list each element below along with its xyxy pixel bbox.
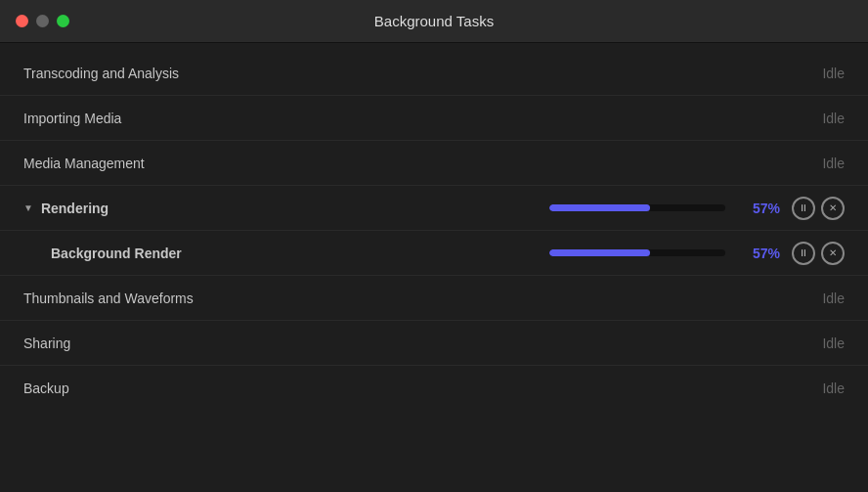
task-row-importing: Importing Media Idle [0, 96, 868, 141]
task-status-media-management: Idle [822, 156, 845, 171]
task-label-importing: Importing Media [23, 111, 219, 126]
pause-button-rendering[interactable]: ⏸ [792, 197, 815, 220]
task-row-background-render: Background Render 57% ⏸ ✕ [0, 231, 868, 276]
progress-track-rendering [549, 204, 725, 211]
task-label-background-render: Background Render [51, 246, 246, 261]
progress-track-background-render [549, 249, 725, 256]
task-label-rendering: Rendering [41, 201, 237, 216]
pause-button-background-render[interactable]: ⏸ [792, 242, 815, 265]
task-label-thumbnails: Thumbnails and Waveforms [23, 291, 219, 306]
progress-fill-background-render [549, 249, 650, 256]
task-controls-rendering: ⏸ ✕ [792, 197, 845, 220]
cancel-button-background-render[interactable]: ✕ [821, 242, 845, 265]
progress-container-background-render: 57% [549, 246, 780, 261]
chevron-icon-rendering[interactable]: ▼ [23, 202, 33, 213]
task-row-transcoding: Transcoding and Analysis Idle [0, 51, 868, 96]
progress-fill-rendering [549, 204, 650, 211]
task-row-thumbnails: Thumbnails and Waveforms Idle [0, 276, 868, 321]
task-row-backup: Backup Idle [0, 366, 868, 411]
task-status-sharing: Idle [822, 335, 845, 351]
progress-container-rendering: 57% [549, 201, 780, 216]
close-icon-rendering: ✕ [829, 202, 837, 213]
pause-icon-background-render: ⏸ [799, 247, 808, 258]
cancel-button-rendering[interactable]: ✕ [821, 197, 845, 220]
minimize-button[interactable] [36, 15, 49, 27]
pause-icon-rendering: ⏸ [799, 202, 808, 213]
task-row-rendering: ▼ Rendering 57% ⏸ ✕ [0, 186, 868, 231]
task-list: Transcoding and Analysis Idle Importing … [0, 43, 868, 492]
task-status-backup: Idle [822, 380, 845, 396]
title-bar: Background Tasks [0, 0, 868, 43]
task-row-sharing: Sharing Idle [0, 321, 868, 366]
close-icon-background-render: ✕ [829, 247, 837, 258]
maximize-button[interactable] [57, 15, 69, 27]
task-status-transcoding: Idle [822, 66, 845, 81]
task-controls-background-render: ⏸ ✕ [792, 242, 845, 265]
task-label-transcoding: Transcoding and Analysis [23, 66, 219, 81]
window-controls [16, 15, 69, 27]
task-status-importing: Idle [822, 111, 845, 126]
task-row-media-management: Media Management Idle [0, 141, 868, 186]
close-button[interactable] [16, 15, 28, 27]
task-label-media-management: Media Management [23, 156, 219, 171]
task-label-sharing: Sharing [23, 335, 219, 351]
window-title: Background Tasks [374, 13, 494, 29]
percent-label-rendering: 57% [741, 201, 780, 216]
percent-label-background-render: 57% [741, 246, 780, 261]
task-status-thumbnails: Idle [822, 291, 845, 306]
task-label-backup: Backup [23, 380, 219, 396]
